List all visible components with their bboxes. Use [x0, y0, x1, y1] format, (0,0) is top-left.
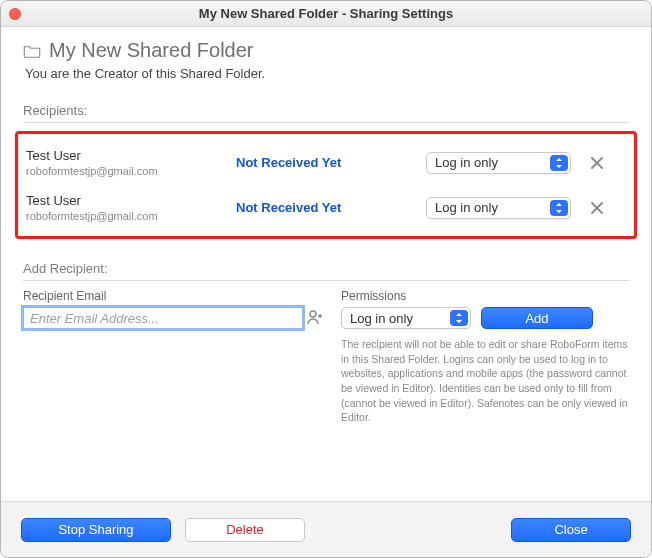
recipient-email: roboformtestjp@gmail.com	[26, 210, 236, 222]
svg-point-0	[310, 311, 316, 317]
close-window-button[interactable]	[9, 8, 21, 20]
remove-recipient-button[interactable]	[587, 155, 607, 171]
dialog-window: My New Shared Folder - Sharing Settings …	[0, 0, 652, 558]
permissions-label: Permissions	[341, 289, 629, 303]
chevron-updown-icon	[450, 310, 468, 326]
close-button[interactable]: Close	[511, 518, 631, 542]
folder-icon	[23, 44, 41, 58]
recipient-name: Test User	[26, 193, 236, 208]
stop-sharing-button[interactable]: Stop Sharing	[21, 518, 171, 542]
creator-subtitle: You are the Creator of this Shared Folde…	[25, 66, 629, 81]
chevron-updown-icon	[550, 200, 568, 216]
recipient-permission-select[interactable]: Log in only	[426, 197, 571, 219]
titlebar: My New Shared Folder - Sharing Settings	[1, 1, 651, 27]
folder-name: My New Shared Folder	[49, 39, 254, 62]
recipient-status: Not Received Yet	[236, 155, 426, 170]
recipient-permission-value: Log in only	[435, 155, 498, 170]
recipient-row: Test User roboformtestjp@gmail.com Not R…	[26, 140, 626, 185]
add-button[interactable]: Add	[481, 307, 593, 329]
content-area: My New Shared Folder You are the Creator…	[1, 27, 651, 501]
dialog-footer: Stop Sharing Delete Close	[1, 501, 651, 557]
recipient-email: roboformtestjp@gmail.com	[26, 165, 236, 177]
folder-header: My New Shared Folder	[23, 39, 629, 62]
permission-description: The recipient will not be able to edit o…	[341, 337, 629, 425]
add-recipient-form: Recipient Email Permissions Log in only	[23, 289, 629, 425]
delete-button[interactable]: Delete	[185, 518, 305, 542]
recipient-permission-select[interactable]: Log in only	[426, 152, 571, 174]
permission-select[interactable]: Log in only	[341, 307, 471, 329]
permission-select-value: Log in only	[350, 311, 413, 326]
recipient-status: Not Received Yet	[236, 200, 426, 215]
recipients-label: Recipients:	[23, 103, 629, 123]
add-recipient-label: Add Recipient:	[23, 261, 629, 281]
remove-recipient-button[interactable]	[587, 200, 607, 216]
window-title: My New Shared Folder - Sharing Settings	[21, 6, 631, 21]
recipient-email-input[interactable]	[23, 307, 303, 329]
recipient-permission-value: Log in only	[435, 200, 498, 215]
recipients-highlight-box: Test User roboformtestjp@gmail.com Not R…	[15, 131, 637, 239]
recipient-row: Test User roboformtestjp@gmail.com Not R…	[26, 185, 626, 230]
chevron-updown-icon	[550, 155, 568, 171]
add-person-icon[interactable]	[307, 309, 323, 328]
recipient-email-label: Recipient Email	[23, 289, 323, 303]
recipient-name: Test User	[26, 148, 236, 163]
